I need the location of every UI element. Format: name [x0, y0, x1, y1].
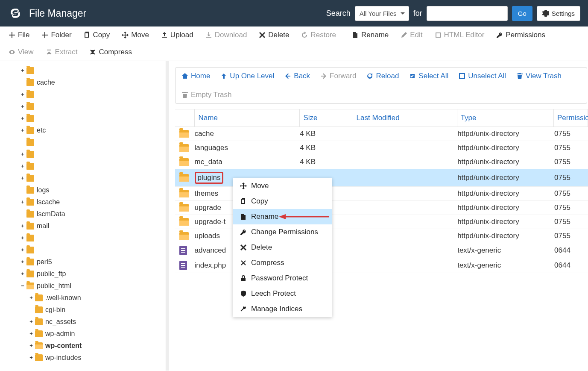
tree-expander[interactable]: − [20, 280, 26, 292]
tree-expander[interactable]: + [20, 100, 26, 112]
tree-item[interactable]: + [15, 65, 169, 77]
column-modified[interactable]: Last Modified [353, 109, 457, 127]
tree-expander[interactable]: + [20, 196, 26, 208]
tree-item-label[interactable]: wp-includes [45, 352, 81, 364]
tree-item[interactable]: +public_ftp [15, 268, 169, 280]
move-button[interactable]: Move [116, 26, 155, 44]
tree-item[interactable]: +etc [15, 124, 169, 136]
rename-button[interactable]: Rename [346, 26, 395, 44]
table-row[interactable]: cache4 KBhttpd/unix-directory0755 [175, 127, 588, 141]
tree-item-label[interactable]: lscmData [37, 208, 65, 220]
reload-button[interactable]: Reload [366, 72, 399, 80]
tree-item-label[interactable]: nc_assets [45, 316, 76, 328]
context-menu-delete[interactable]: Delete [233, 240, 332, 255]
select-all-button[interactable]: Select All [409, 72, 448, 80]
table-row[interactable]: languages4 KBhttpd/unix-directory0755 [175, 141, 588, 155]
tree-expander[interactable]: + [20, 160, 26, 172]
up-one-level-button[interactable]: Up One Level [220, 72, 274, 80]
tree-expander[interactable]: + [28, 316, 34, 328]
tree-expander[interactable]: + [28, 352, 34, 364]
tree-item-label[interactable]: public_html [37, 280, 71, 292]
tree-expander[interactable]: + [20, 112, 26, 124]
tree-item-label[interactable]: lscache [37, 196, 60, 208]
tree-item-label[interactable]: perl5 [37, 256, 52, 268]
context-menu-copy[interactable]: Copy [233, 194, 332, 209]
tree-expander[interactable]: + [20, 148, 26, 160]
tree-item-label[interactable]: .well-known [45, 292, 81, 304]
tree-item-label[interactable]: mail [37, 220, 49, 232]
context-menu-manage-indices[interactable]: Manage Indices [233, 301, 332, 317]
compress-button[interactable]: Compress [83, 44, 137, 61]
upload-button[interactable]: Upload [155, 26, 199, 44]
tree-item-label[interactable]: wp-content [45, 340, 82, 352]
copy-button[interactable]: Copy [78, 26, 116, 44]
tree-expander[interactable]: + [28, 328, 34, 340]
table-row[interactable]: mc_data4 KBhttpd/unix-directory0755 [175, 155, 588, 169]
tree-item[interactable]: + [15, 148, 169, 160]
tree-item[interactable]: + [15, 244, 169, 256]
tree-item[interactable]: + [15, 232, 169, 244]
tree-item-label[interactable]: etc [37, 124, 46, 136]
tree-expander[interactable]: + [28, 340, 34, 352]
tree-item-label[interactable]: logs [37, 184, 49, 196]
tree-expander[interactable]: + [20, 232, 26, 244]
tree-item[interactable]: + [15, 88, 169, 100]
tree-item[interactable]: +perl5 [15, 256, 169, 268]
column-size[interactable]: Size [299, 109, 352, 127]
tree-item[interactable]: +logs [15, 184, 169, 196]
tree-item[interactable]: + [15, 112, 169, 124]
view-trash-button[interactable]: View Trash [516, 72, 562, 80]
context-menu-compress[interactable]: Compress [233, 255, 332, 271]
column-permissions[interactable]: Permissions [553, 109, 588, 127]
unselect-all-button[interactable]: Unselect All [459, 72, 506, 80]
new-file-button[interactable]: File [3, 26, 35, 44]
tree-item[interactable]: + [15, 100, 169, 112]
search-go-button[interactable]: Go [512, 6, 532, 21]
panel-splitter[interactable] [166, 61, 169, 371]
cell-name[interactable]: languages [195, 144, 300, 152]
tree-item[interactable]: +mail [15, 220, 169, 232]
tree-item[interactable]: +wp-content [15, 340, 169, 352]
settings-button[interactable]: Settings [537, 6, 580, 21]
tree-expander[interactable]: + [20, 124, 26, 136]
tree-expander[interactable]: + [20, 256, 26, 268]
tree-item[interactable]: + [15, 136, 169, 148]
column-name[interactable]: Name [194, 109, 299, 127]
folder-tree[interactable]: ++cache++++etc+++++logs+lscache+lscmData… [0, 61, 169, 371]
tree-item-label[interactable]: wp-admin [45, 328, 75, 340]
context-menu-change-permissions[interactable]: Change Permissions [233, 224, 332, 240]
tree-expander[interactable]: + [20, 172, 26, 184]
tree-expander[interactable]: + [20, 65, 26, 77]
tree-item[interactable]: +cache [15, 77, 169, 88]
tree-expander[interactable]: + [20, 244, 26, 256]
tree-expander[interactable]: + [28, 292, 34, 304]
tree-item[interactable]: +.well-known [15, 292, 169, 304]
tree-expander[interactable]: + [20, 220, 26, 232]
permissions-button[interactable]: Permissions [490, 26, 551, 44]
back-button[interactable]: Back [284, 72, 310, 80]
tree-item[interactable]: + [15, 160, 169, 172]
tree-item-label[interactable]: cache [37, 77, 55, 88]
home-button[interactable]: Home [181, 72, 210, 80]
tree-item[interactable]: +lscache [15, 196, 169, 208]
tree-item[interactable]: −public_html [15, 280, 169, 292]
tree-item-label[interactable]: cgi-bin [45, 304, 65, 316]
context-menu-leech-protect[interactable]: Leech Protect [233, 286, 332, 301]
tree-item[interactable]: +lscmData [15, 208, 169, 220]
search-scope-select[interactable]: All Your Files [355, 6, 409, 21]
tree-item[interactable]: +wp-includes [15, 352, 169, 364]
cell-name[interactable]: mc_data [195, 158, 300, 166]
tree-item[interactable]: +nc_assets [15, 316, 169, 328]
column-icon[interactable] [175, 109, 194, 127]
tree-expander[interactable]: + [20, 88, 26, 100]
context-menu-move[interactable]: Move [233, 178, 332, 194]
tree-item[interactable]: + [15, 172, 169, 184]
tree-item-label[interactable]: public_ftp [37, 268, 66, 280]
context-menu-rename[interactable]: Rename [233, 209, 332, 224]
new-folder-button[interactable]: Folder [35, 26, 77, 44]
context-menu[interactable]: MoveCopyRenameChange PermissionsDeleteCo… [233, 178, 332, 317]
column-type[interactable]: Type [457, 109, 553, 127]
cell-name[interactable]: cache [195, 130, 300, 138]
delete-button[interactable]: Delete [253, 26, 295, 44]
tree-expander[interactable]: + [20, 268, 26, 280]
